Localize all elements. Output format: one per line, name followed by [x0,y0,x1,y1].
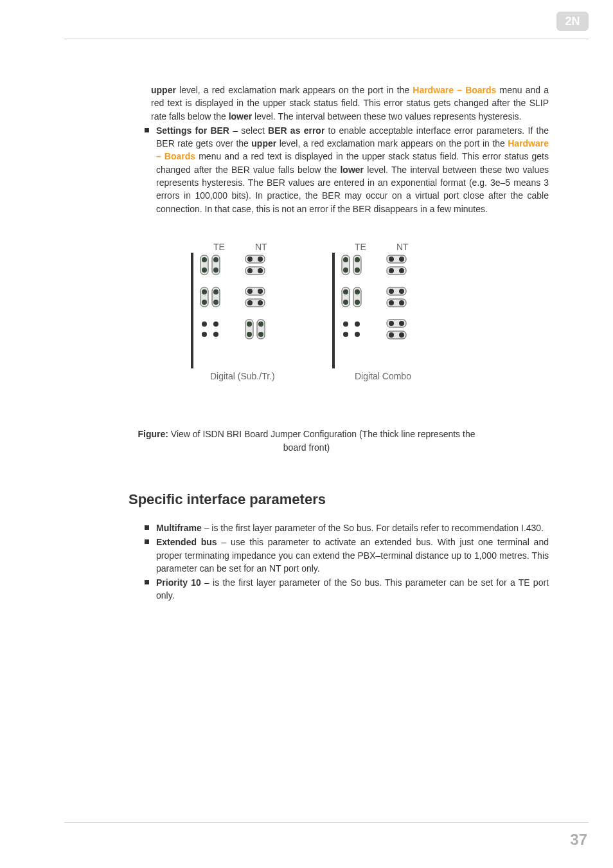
svg-rect-42 [332,253,335,368]
text-bold-upper: upper [151,85,176,95]
svg-point-66 [399,300,404,305]
svg-point-38 [258,332,263,337]
text: level, a red exclamation mark appears on… [176,85,413,95]
svg-point-6 [202,257,207,262]
figure-caption: Figure: View of ISDN BRI Board Jumper Co… [64,428,549,454]
svg-point-51 [399,257,404,262]
text: – select [229,125,268,136]
text-bold: BER as error [268,125,324,136]
svg-point-9 [213,257,218,262]
svg-point-24 [247,289,253,294]
svg-point-44 [343,257,348,262]
text-bold: upper [251,138,276,149]
svg-point-73 [399,321,404,326]
header-divider [64,39,589,39]
svg-point-59 [355,289,360,294]
svg-point-62 [389,289,394,294]
svg-point-60 [355,300,360,305]
text: – is the first layer parameter of the So… [156,577,549,601]
svg-point-47 [355,257,360,262]
svg-point-65 [389,300,394,305]
svg-point-31 [202,332,207,337]
svg-point-50 [389,257,394,262]
svg-point-53 [389,268,394,273]
svg-point-27 [247,300,253,305]
svg-point-19 [202,300,207,305]
svg-point-56 [343,289,348,294]
svg-point-70 [355,332,360,337]
text-bold: lower [340,165,364,175]
svg-text:TE: TE [213,242,225,252]
figure-label: Figure: [138,429,168,439]
svg-point-21 [213,289,218,294]
svg-point-18 [202,289,207,294]
svg-text:Digital (Sub./Tr.): Digital (Sub./Tr.) [210,371,275,381]
svg-point-68 [355,321,360,327]
svg-point-69 [343,332,348,337]
svg-point-45 [343,267,348,273]
svg-point-75 [389,332,394,338]
svg-point-29 [202,321,207,327]
svg-point-25 [258,289,263,294]
svg-point-28 [258,300,263,305]
svg-point-54 [399,268,404,273]
svg-point-30 [213,321,218,327]
svg-text:TE: TE [355,242,366,252]
text: level. The interval between these two va… [252,111,521,122]
svg-point-67 [343,321,348,327]
bullet-multiframe: Multiframe – is the first layer paramete… [145,521,549,534]
svg-point-13 [258,257,263,262]
link-hardware-boards[interactable]: Hardware – Boards [413,85,496,95]
svg-point-16 [258,268,263,273]
text-bold: Multiframe [156,523,202,533]
svg-point-35 [247,332,252,337]
continuation-paragraph: upper level, a red exclamation mark appe… [151,84,549,123]
figure-text: View of ISDN BRI Board Jumper Configurat… [168,429,475,452]
svg-point-48 [355,267,360,273]
svg-text:2N: 2N [565,15,580,28]
svg-point-72 [389,321,394,326]
svg-point-57 [343,300,348,305]
svg-point-76 [399,332,404,338]
text-bold: Extended bus [156,537,217,547]
text-bold-lower: lower [229,111,253,122]
bullet-priority-10: Priority 10 – is the first layer paramet… [145,576,549,602]
text-bold: Priority 10 [156,577,201,588]
svg-point-63 [399,289,404,294]
svg-point-22 [213,300,218,305]
footer-divider [64,822,589,823]
page-number: 37 [570,831,587,849]
svg-point-15 [247,268,253,273]
jumper-diagram: TE NT [64,235,549,411]
svg-text:Digital Combo: Digital Combo [355,371,411,381]
text-bold: Settings for BER [156,125,229,136]
text: level, a red exclamation mark appears on… [276,138,508,149]
bullet-extended-bus: Extended bus – use this parameter to act… [145,536,549,575]
svg-rect-4 [191,253,193,368]
svg-point-10 [213,267,218,273]
svg-point-32 [213,332,218,337]
svg-point-7 [202,267,207,273]
svg-point-34 [247,321,252,327]
svg-text:NT: NT [396,242,409,252]
brand-logo: 2N [556,12,589,33]
section-heading-specific-interface-parameters: Specific interface parameters [129,489,549,510]
svg-point-37 [258,321,263,327]
svg-point-12 [247,257,253,262]
bullet-settings-for-ber: Settings for BER – select BER as error t… [145,124,549,215]
text: – is the first layer parameter of the So… [202,523,544,533]
svg-text:NT: NT [255,242,267,252]
